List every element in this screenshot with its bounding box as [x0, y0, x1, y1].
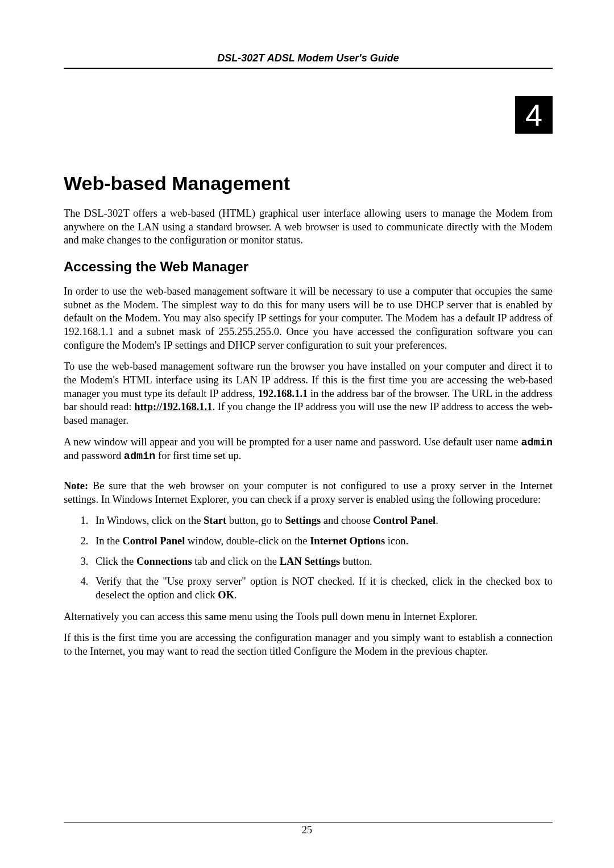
s1f: Control Panel [373, 515, 435, 526]
s3e: button. [340, 556, 372, 567]
note-label: Note: [64, 480, 88, 491]
s4b: OK [218, 589, 234, 601]
section1-p3: A new window will appear and you will be… [64, 436, 553, 464]
s2c: window, double-click on the [185, 535, 310, 547]
section1-p2: To use the web-based management software… [64, 360, 553, 427]
s1d: Settings [285, 515, 321, 526]
p2-ip: 192.168.1.1 [258, 388, 308, 399]
s3c: tab and click on the [192, 556, 280, 567]
p2-url-link[interactable]: http://192.168.1.1 [134, 401, 212, 412]
doc-header-title: DSL-302T ADSL Modem User's Guide [64, 52, 553, 69]
p3-password: admin [124, 450, 156, 462]
s2a: In the [96, 535, 122, 547]
s1b: Start [204, 515, 226, 526]
page-number: 25 [0, 824, 614, 836]
s3d: LAN Settings [280, 556, 340, 567]
s4a: Verify that the "Use proxy server" optio… [96, 576, 553, 601]
section1-p5: If this is the first time you are access… [64, 631, 553, 658]
s3b: Connections [136, 556, 192, 567]
note-paragraph: Note: Be sure that the web browser on yo… [64, 480, 553, 506]
s1g: . [435, 515, 438, 526]
section1-p1: In order to use the web-based management… [64, 285, 553, 352]
s2d: Internet Options [310, 535, 385, 547]
procedure-list: In Windows, click on the Start button, g… [91, 514, 553, 602]
p3-username: admin [521, 437, 553, 449]
s2b: Control Panel [122, 535, 185, 547]
s1c: button, go to [226, 515, 285, 526]
note-text: Be sure that the web browser on your com… [64, 480, 553, 505]
p3-text1: A new window will appear and you will be… [64, 436, 521, 448]
section-heading-accessing: Accessing the Web Manager [64, 259, 553, 275]
page-title: Web-based Management [64, 172, 553, 195]
chapter-number-box: 4 [515, 96, 553, 134]
section1-p4: Alternatively you can access this same m… [64, 610, 553, 624]
s3a: Click the [96, 556, 136, 567]
p3-text3: for first time set up. [155, 450, 241, 461]
list-item: Verify that the "Use proxy server" optio… [91, 575, 553, 602]
list-item: Click the Connections tab and click on t… [91, 555, 553, 569]
intro-paragraph: The DSL-302T offers a web-based (HTML) g… [64, 207, 553, 247]
list-item: In Windows, click on the Start button, g… [91, 514, 553, 528]
s4c: . [234, 589, 237, 601]
p3-text2: and password [64, 450, 124, 461]
s2e: icon. [385, 535, 408, 547]
list-item: In the Control Panel window, double-clic… [91, 535, 553, 548]
s1a: In Windows, click on the [96, 515, 204, 526]
footer-divider [64, 822, 553, 822]
s1e: and choose [321, 515, 373, 526]
